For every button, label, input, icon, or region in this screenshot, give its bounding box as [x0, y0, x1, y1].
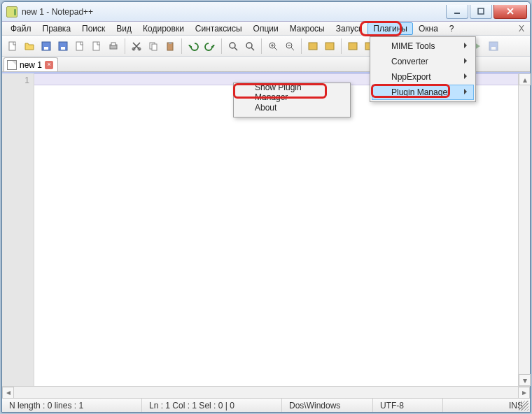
scroll-right-arrow-icon[interactable]: ▸ — [518, 387, 530, 399]
sync-v-button[interactable] — [305, 38, 321, 54]
app-icon — [6, 6, 18, 17]
status-length: N length : 0 lines : 1 — [2, 399, 142, 412]
submenu-item[interactable]: Show Plugin Manager — [235, 85, 349, 100]
svg-rect-23 — [349, 43, 357, 50]
toolbar-separator — [341, 38, 342, 54]
vertical-scrollbar[interactable]: ▴ ▾ — [518, 73, 530, 386]
zoom-in-button[interactable] — [265, 38, 281, 54]
toolbar-separator — [125, 38, 125, 54]
svg-rect-21 — [309, 43, 317, 50]
titlebar: new 1 - Notepad++ — [2, 2, 530, 22]
text-area[interactable] — [34, 73, 530, 386]
save-button[interactable] — [38, 38, 54, 54]
menu-вид[interactable]: Вид — [111, 22, 137, 35]
menubar: ФайлПравкаПоискВидКодировкиСинтаксисыОпц… — [2, 22, 530, 36]
close-button[interactable] — [493, 5, 527, 19]
plugins-menu-item[interactable]: Plugin Manager — [372, 85, 474, 100]
svg-rect-22 — [326, 43, 334, 50]
resize-grip[interactable] — [519, 401, 528, 411]
save-all-button[interactable] — [55, 38, 71, 54]
plugins-menu-item[interactable]: NppExport — [372, 69, 474, 85]
svg-rect-30 — [491, 47, 496, 50]
macro-save-button — [486, 38, 501, 54]
menu-файл[interactable]: Файл — [5, 22, 37, 35]
status-encoding: UTF-8 — [373, 399, 443, 412]
plugins-menu-item[interactable]: Converter — [372, 54, 474, 69]
svg-rect-14 — [152, 44, 157, 50]
plugins-dropdown: MIME ToolsConverterNppExportPlugin Manag… — [370, 36, 476, 102]
menu-item-label: About — [255, 103, 276, 113]
svg-rect-4 — [44, 47, 48, 50]
svg-rect-6 — [61, 47, 65, 50]
tab-label: new 1 — [20, 60, 42, 70]
app-window: new 1 - Notepad++ ФайлПравкаПоискВидКоди… — [1, 1, 531, 413]
svg-rect-16 — [169, 42, 172, 44]
undo-button[interactable] — [186, 38, 201, 54]
copy-button[interactable] — [146, 38, 161, 54]
menu-правка[interactable]: Правка — [37, 22, 77, 35]
tab-close-icon[interactable]: × — [45, 61, 53, 69]
window-buttons — [446, 5, 530, 19]
menu-макросы[interactable]: Макросы — [284, 22, 330, 35]
redo-button[interactable] — [202, 38, 218, 54]
toolbar-separator — [301, 38, 302, 54]
plugins-menu-item[interactable]: MIME Tools — [372, 38, 474, 54]
svg-rect-2 — [9, 42, 15, 50]
toolbar-separator — [261, 38, 262, 54]
menu-опции[interactable]: Опции — [248, 22, 284, 35]
scroll-left-arrow-icon[interactable]: ◂ — [2, 387, 14, 399]
paste-button[interactable] — [162, 38, 178, 54]
scroll-down-arrow-icon[interactable]: ▾ — [519, 374, 531, 386]
chevron-right-icon — [464, 73, 470, 79]
replace-button[interactable] — [242, 38, 258, 54]
status-bar: N length : 0 lines : 1 Ln : 1 Col : 1 Se… — [2, 398, 530, 412]
menu-кодировки[interactable]: Кодировки — [137, 22, 190, 35]
menu-окна[interactable]: Окна — [413, 22, 444, 35]
document-tab[interactable]: new 1 × — [4, 57, 58, 71]
chevron-right-icon — [464, 58, 470, 64]
open-button[interactable] — [22, 38, 37, 54]
zoom-out-button[interactable] — [282, 38, 298, 54]
chevron-right-icon — [464, 89, 470, 94]
cut-button[interactable] — [129, 38, 144, 54]
file-icon — [7, 60, 17, 70]
menu-item-label: NppExport — [391, 72, 431, 82]
line-number: 1 — [2, 75, 29, 86]
maximize-button[interactable] — [470, 5, 492, 19]
svg-point-18 — [246, 43, 252, 48]
minimize-button[interactable] — [446, 5, 468, 19]
print-button[interactable] — [106, 38, 121, 54]
editor-area: 1 ▴ ▾ — [2, 72, 530, 386]
menu-поиск[interactable]: Поиск — [76, 22, 111, 35]
scroll-up-arrow-icon[interactable]: ▴ — [519, 73, 531, 85]
close-all-button[interactable] — [89, 38, 104, 54]
new-button[interactable] — [5, 38, 20, 54]
window-title: new 1 - Notepad++ — [22, 7, 93, 17]
menu-плагины[interactable]: Плагины — [368, 22, 413, 35]
toolbar-separator — [181, 38, 182, 54]
toolbar-separator — [221, 38, 222, 54]
menu-запуск[interactable]: Запуск — [330, 22, 368, 35]
chevron-right-icon — [464, 43, 470, 48]
menubar-close-icon[interactable]: X — [516, 24, 527, 34]
menu-item-label: Converter — [391, 57, 428, 66]
status-eol: Dos\Windows — [282, 399, 373, 412]
submenu-item[interactable]: About — [235, 100, 349, 115]
status-position: Ln : 1 Col : 1 Sel : 0 | 0 — [142, 399, 282, 412]
menu-?[interactable]: ? — [444, 22, 460, 35]
sync-h-button[interactable] — [322, 38, 337, 54]
find-button[interactable] — [225, 38, 241, 54]
menu-синтаксисы[interactable]: Синтаксисы — [190, 22, 248, 35]
svg-rect-0 — [454, 13, 460, 14]
close-button[interactable] — [72, 38, 88, 54]
plugin-manager-submenu: Show Plugin ManagerAbout — [233, 83, 351, 117]
menu-item-label: Plugin Manager — [391, 87, 450, 97]
svg-rect-1 — [478, 8, 484, 14]
menu-item-label: MIME Tools — [391, 41, 435, 51]
line-number-gutter: 1 — [2, 73, 34, 386]
svg-rect-8 — [93, 42, 99, 50]
svg-rect-10 — [111, 43, 115, 45]
menu-item-label: Show Plugin Manager — [255, 83, 336, 102]
horizontal-scrollbar[interactable]: ◂ ▸ — [2, 386, 530, 398]
wrap-button[interactable] — [345, 38, 360, 54]
